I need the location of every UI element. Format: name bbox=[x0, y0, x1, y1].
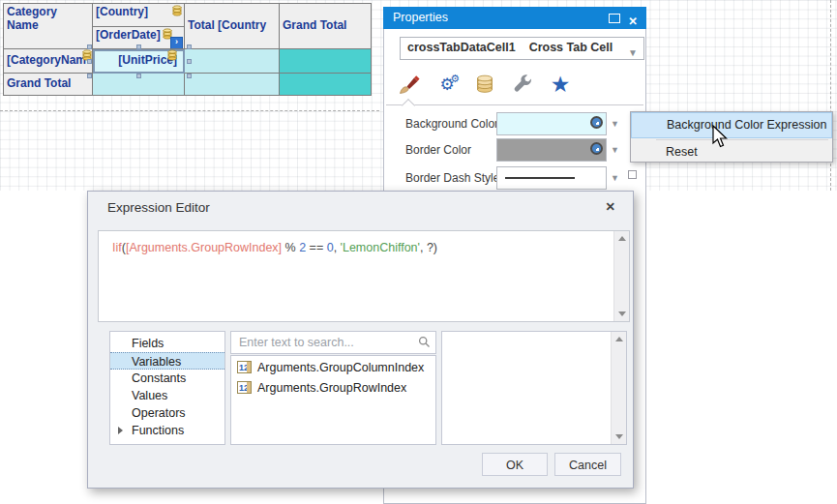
category-functions[interactable]: Functions bbox=[110, 422, 224, 439]
dialog-title: Expression Editor bbox=[107, 200, 210, 215]
crosstab-total-header[interactable]: Total [Country bbox=[185, 4, 280, 49]
variables-list: 12 Arguments.GroupColumnIndex 12 Argumen… bbox=[230, 355, 436, 445]
scroll-down-icon[interactable] bbox=[615, 434, 623, 439]
background-color-label: Background Color bbox=[405, 117, 498, 131]
category-fields[interactable]: Fields bbox=[110, 335, 224, 352]
selection-handle[interactable] bbox=[136, 44, 141, 49]
properties-panel-title: Properties bbox=[393, 11, 448, 24]
menu-item-reset[interactable]: Reset bbox=[631, 141, 832, 163]
expander-icon[interactable] bbox=[118, 427, 123, 434]
wrench-icon bbox=[512, 74, 533, 95]
database-field-icon bbox=[167, 49, 177, 61]
chevron-down-icon[interactable]: ▼ bbox=[611, 119, 619, 129]
component-name: crossTabDataCell1 bbox=[407, 41, 516, 54]
border-dash-style-editor[interactable] bbox=[496, 166, 607, 190]
border-dash-style-label: Border Dash Style bbox=[405, 171, 499, 185]
menu-item-background-color-expression[interactable]: Background Color Expression bbox=[631, 112, 832, 138]
category-constants[interactable]: Constants bbox=[110, 370, 224, 387]
category-list: Fields Variables Constants Values Operat… bbox=[109, 331, 225, 445]
selection-handle[interactable] bbox=[87, 59, 92, 64]
context-menu: Background Color Expression Reset bbox=[630, 111, 833, 163]
expression-memo[interactable]: Iif([Arguments.GroupRowIndex] % 2 == 0, … bbox=[98, 230, 630, 322]
border-color-label: Border Color bbox=[405, 143, 471, 157]
tab-separator bbox=[386, 104, 643, 105]
integer-field-icon: 12 bbox=[237, 381, 252, 394]
crosstab-data-cell[interactable] bbox=[185, 74, 280, 96]
smart-tag-button[interactable]: › bbox=[170, 37, 183, 49]
menu-separator bbox=[656, 139, 828, 140]
mouse-cursor bbox=[711, 125, 730, 151]
selection-handle[interactable] bbox=[87, 44, 92, 49]
search-icon[interactable] bbox=[418, 336, 431, 348]
chevron-down-icon[interactable]: ▼ bbox=[611, 145, 619, 155]
selection-handle[interactable] bbox=[87, 74, 92, 78]
category-variables-selected[interactable]: Variables bbox=[110, 352, 224, 370]
description-panel bbox=[441, 331, 627, 445]
tab-tools[interactable] bbox=[511, 73, 534, 96]
crosstab-grand-total-row-header[interactable]: Grand Total bbox=[4, 74, 93, 96]
border-color-editor[interactable] bbox=[496, 138, 607, 162]
search-input[interactable] bbox=[237, 334, 405, 351]
list-item-group-column-index[interactable]: 12 Arguments.GroupColumnIndex bbox=[237, 359, 435, 376]
list-item-group-row-index[interactable]: 12 Arguments.GroupRowIndex bbox=[237, 379, 435, 397]
selection-handle[interactable] bbox=[187, 44, 192, 49]
solid-line-sample bbox=[505, 177, 575, 179]
tab-data[interactable] bbox=[473, 73, 496, 96]
crosstab-corner-cell[interactable]: Category Name bbox=[4, 4, 93, 49]
color-picker-icon[interactable] bbox=[590, 116, 603, 129]
expression-text: Iif([Arguments.GroupRowIndex] % 2 == 0, … bbox=[112, 241, 437, 254]
crosstab-grand-total-cell[interactable] bbox=[280, 74, 372, 96]
component-type: Cross Tab Cell bbox=[529, 41, 613, 54]
selection-handle[interactable] bbox=[187, 74, 192, 78]
tab-behavior[interactable]: ⚙ ⚙ bbox=[435, 73, 459, 96]
crosstab-data-cell-unitprice-selected[interactable]: [UnitPrice] bbox=[93, 49, 185, 74]
color-picker-icon[interactable] bbox=[590, 142, 603, 155]
background-color-editor[interactable] bbox=[496, 112, 607, 135]
properties-panel-titlebar[interactable]: Properties ✕ bbox=[383, 7, 646, 29]
star-icon: ★ bbox=[551, 74, 571, 96]
band-separator-dashed-line bbox=[0, 110, 379, 111]
integer-field-icon: 12 bbox=[237, 361, 252, 373]
cancel-button[interactable]: Cancel bbox=[554, 453, 621, 476]
crosstab-column-field-country[interactable]: [Country] bbox=[93, 4, 185, 27]
gear-small-icon: ⚙ bbox=[450, 74, 460, 84]
close-icon[interactable]: ✕ bbox=[606, 199, 615, 214]
description-scrollbar[interactable] bbox=[611, 332, 626, 444]
scroll-up-icon[interactable] bbox=[618, 236, 626, 241]
selection-handle[interactable] bbox=[187, 59, 192, 64]
scroll-down-icon[interactable] bbox=[618, 311, 626, 316]
tab-favorites[interactable]: ★ bbox=[549, 73, 572, 96]
crosstab-control[interactable]: Category Name [Country] [OrderDate] › To… bbox=[3, 3, 372, 96]
tab-appearance[interactable] bbox=[398, 73, 421, 96]
properties-tab-strip: ⚙ ⚙ ★ bbox=[398, 68, 572, 101]
property-marker-square bbox=[628, 170, 637, 179]
selected-tab-notch bbox=[402, 99, 415, 112]
chevron-down-icon: ▼ bbox=[628, 43, 638, 63]
memo-scrollbar[interactable] bbox=[613, 231, 629, 321]
search-box bbox=[230, 331, 436, 354]
category-values[interactable]: Values bbox=[110, 387, 224, 404]
category-operators[interactable]: Operators bbox=[110, 404, 224, 422]
restore-icon[interactable] bbox=[609, 14, 620, 23]
expression-editor-dialog: Expression Editor ✕ Iif([Arguments.Group… bbox=[87, 191, 634, 489]
chevron-down-icon[interactable]: ▼ bbox=[611, 173, 619, 183]
paint-brush-icon bbox=[398, 73, 421, 96]
crosstab-row-field-categoryname[interactable]: [CategoryNam bbox=[4, 49, 93, 74]
selection-handle[interactable] bbox=[136, 74, 141, 78]
ok-button[interactable]: OK bbox=[482, 453, 548, 476]
database-icon bbox=[474, 74, 495, 95]
component-selector-combobox[interactable]: crossTabDataCell1Cross Tab Cell ▼ bbox=[400, 37, 644, 60]
scroll-up-icon[interactable] bbox=[615, 337, 623, 341]
database-field-icon bbox=[172, 5, 182, 16]
crosstab-grand-total-column-header[interactable]: Grand Total bbox=[280, 4, 372, 49]
close-icon[interactable]: ✕ bbox=[628, 11, 638, 33]
crosstab-grand-total-cell[interactable] bbox=[280, 49, 372, 74]
crosstab-data-cell[interactable] bbox=[185, 49, 280, 74]
